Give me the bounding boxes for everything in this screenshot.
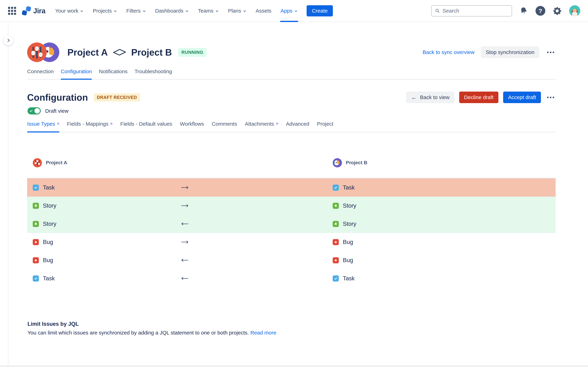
nav-item-your-work[interactable]: Your work bbox=[55, 0, 84, 22]
bug-icon-glyph bbox=[34, 258, 38, 262]
bug-icon bbox=[333, 239, 339, 245]
left-issue-type-cell: Task bbox=[33, 178, 55, 197]
sync-direction-right bbox=[181, 197, 189, 215]
nav-item-label: Teams bbox=[198, 8, 213, 14]
task-icon bbox=[333, 275, 339, 282]
chevron-right-icon bbox=[6, 38, 11, 43]
jira-logo[interactable]: Jira bbox=[22, 7, 45, 15]
nav-item-filters[interactable]: Filters bbox=[126, 0, 146, 22]
change-indicator-dot bbox=[57, 123, 59, 125]
nav-item-label: Apps bbox=[281, 8, 293, 14]
left-project-header: Project A bbox=[33, 157, 67, 169]
tab-comments[interactable]: Comments bbox=[212, 121, 237, 132]
nav-item-label: Plans bbox=[228, 8, 241, 14]
issue-type-label: Bug bbox=[43, 239, 53, 245]
change-indicator-dot bbox=[276, 123, 278, 125]
story-icon-glyph bbox=[334, 222, 338, 226]
tab-label: Issue Types bbox=[27, 121, 55, 127]
back-to-view-button[interactable]: ← Back to view bbox=[406, 92, 454, 103]
task-icon bbox=[333, 184, 339, 191]
question-mark-icon: ? bbox=[536, 6, 545, 16]
search-input[interactable] bbox=[442, 8, 508, 14]
back-to-sync-overview-link[interactable]: Back to sync overview bbox=[423, 49, 475, 55]
nav-item-teams[interactable]: Teams bbox=[198, 0, 219, 22]
nav-item-plans[interactable]: Plans bbox=[228, 0, 247, 22]
app-switcher-icon[interactable] bbox=[8, 7, 16, 15]
task-icon-glyph bbox=[334, 276, 338, 281]
decline-draft-button[interactable]: Decline draft bbox=[459, 92, 498, 103]
sync-pair-header: Project A Project B RUNNING Back to sync… bbox=[27, 41, 556, 64]
settings-button[interactable] bbox=[553, 6, 562, 15]
issue-type-label: Task bbox=[343, 275, 355, 282]
jira-wordmark: Jira bbox=[33, 7, 45, 15]
bug-icon bbox=[333, 257, 339, 263]
nav-item-label: Your work bbox=[55, 8, 78, 14]
story-icon bbox=[33, 221, 39, 227]
issue-type-label: Bug bbox=[43, 257, 53, 264]
task-icon bbox=[33, 275, 39, 282]
create-button[interactable]: Create bbox=[307, 5, 333, 17]
accept-draft-button[interactable]: Accept draft bbox=[503, 92, 541, 103]
nav-item-assets[interactable]: Assets bbox=[256, 0, 271, 22]
tab-attachments[interactable]: Attachments bbox=[245, 121, 278, 132]
story-icon-glyph bbox=[34, 222, 38, 226]
sync-direction-right bbox=[181, 178, 189, 197]
task-icon bbox=[33, 184, 39, 191]
nav-item-dashboards[interactable]: Dashboards bbox=[155, 0, 189, 22]
mapping-row-bug-4: BugBug bbox=[27, 233, 556, 251]
tab-workflows[interactable]: Workflows bbox=[180, 121, 204, 132]
nav-item-projects[interactable]: Projects bbox=[93, 0, 117, 22]
search-box[interactable] bbox=[431, 5, 512, 17]
tab-fields-default-values[interactable]: Fields - Default values bbox=[120, 121, 172, 132]
right-project-header: Project B bbox=[333, 157, 367, 169]
tab-advanced[interactable]: Advanced bbox=[286, 121, 309, 132]
tab-notifications[interactable]: Notifications bbox=[99, 68, 127, 79]
page-title: Project A Project B bbox=[67, 47, 172, 58]
notifications-button[interactable] bbox=[519, 7, 528, 15]
issue-type-label: Bug bbox=[343, 239, 353, 245]
left-issue-type-cell: Story bbox=[33, 197, 56, 215]
task-icon-glyph bbox=[334, 186, 338, 190]
toggle-knob bbox=[35, 108, 40, 114]
left-issue-type-cell: Story bbox=[33, 215, 56, 233]
story-icon-glyph bbox=[34, 204, 38, 208]
tab-connection[interactable]: Connection bbox=[27, 68, 54, 79]
mapping-row-bug-5: BugBug bbox=[27, 251, 556, 269]
project-avatar-pair bbox=[27, 42, 60, 63]
issue-type-label: Task bbox=[43, 184, 55, 191]
tab-label: Fields - Mappings bbox=[67, 121, 109, 127]
tab-project[interactable]: Project bbox=[317, 121, 333, 132]
nav-item-label: Dashboards bbox=[155, 8, 184, 14]
nav-item-apps[interactable]: Apps bbox=[281, 0, 298, 22]
mapping-row-story-3: StoryStory bbox=[27, 215, 556, 233]
draft-view-toggle[interactable] bbox=[27, 107, 41, 115]
draft-view-label: Draft view bbox=[45, 108, 69, 114]
tab-issue-types[interactable]: Issue Types bbox=[27, 121, 59, 132]
left-arrow-icon: ← bbox=[411, 94, 417, 100]
toggle-check-icon bbox=[29, 109, 33, 113]
issue-type-label: Task bbox=[43, 275, 55, 282]
right-issue-type-cell: Bug bbox=[333, 233, 353, 251]
user-avatar[interactable] bbox=[569, 5, 580, 17]
back-to-view-label: Back to view bbox=[420, 94, 450, 100]
tab-label: Project bbox=[317, 121, 333, 127]
chevron-down-icon bbox=[243, 9, 247, 13]
read-more-link[interactable]: Read more bbox=[251, 330, 276, 335]
sync-direction-right bbox=[181, 233, 189, 251]
tab-label: Notifications bbox=[99, 68, 127, 75]
sidebar-expand-button[interactable] bbox=[3, 35, 13, 45]
header-more-menu-button[interactable] bbox=[546, 49, 556, 56]
tab-fields-mappings[interactable]: Fields - Mappings bbox=[67, 121, 113, 132]
draft-more-menu-button[interactable] bbox=[546, 94, 556, 101]
tab-label: Troubleshooting bbox=[135, 68, 172, 75]
sync-diamond-icon bbox=[112, 48, 127, 57]
story-icon bbox=[333, 221, 339, 227]
tab-troubleshooting[interactable]: Troubleshooting bbox=[135, 68, 172, 79]
stop-synchronization-button[interactable]: Stop synchronization bbox=[481, 47, 539, 58]
help-button[interactable]: ? bbox=[536, 6, 545, 16]
tab-label: Comments bbox=[212, 121, 237, 127]
tab-label: Attachments bbox=[245, 121, 274, 127]
draft-actions: ← Back to view Decline draft Accept draf… bbox=[406, 92, 556, 103]
tab-configuration[interactable]: Configuration bbox=[61, 68, 92, 79]
issue-type-label: Story bbox=[343, 221, 356, 227]
